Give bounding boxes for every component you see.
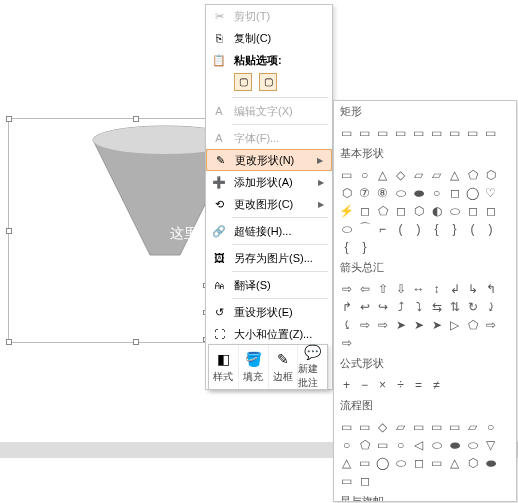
shape-option[interactable]: ▭ bbox=[356, 124, 373, 141]
shape-option[interactable]: } bbox=[356, 238, 373, 255]
menu-copy[interactable]: ⎘复制(C) bbox=[206, 27, 332, 49]
shape-option[interactable]: ▭ bbox=[356, 418, 373, 435]
shape-option[interactable]: ○ bbox=[428, 184, 445, 201]
shape-option[interactable]: ▭ bbox=[374, 124, 391, 141]
shape-option[interactable]: ◻ bbox=[392, 202, 409, 219]
shape-option[interactable]: ⇨ bbox=[356, 316, 373, 333]
shape-option[interactable]: ▭ bbox=[410, 418, 427, 435]
shape-option[interactable]: ⑧ bbox=[374, 184, 391, 201]
shape-option[interactable]: ⬠ bbox=[374, 202, 391, 219]
menu-size-pos[interactable]: ⛶大小和位置(Z)... bbox=[206, 323, 332, 345]
resize-handle[interactable] bbox=[133, 116, 139, 122]
shape-option[interactable]: ⤵ bbox=[410, 298, 427, 315]
shape-option[interactable]: ▭ bbox=[428, 418, 445, 435]
shape-option[interactable]: ⇨ bbox=[338, 334, 355, 351]
shape-option[interactable]: ↔ bbox=[410, 280, 427, 297]
shape-option[interactable]: ○ bbox=[392, 436, 409, 453]
shape-option[interactable]: ⬭ bbox=[446, 202, 463, 219]
shape-option[interactable]: ▭ bbox=[338, 472, 355, 489]
shape-option[interactable]: } bbox=[446, 220, 463, 237]
shape-option[interactable]: ⇩ bbox=[392, 280, 409, 297]
shape-option[interactable]: ⬭ bbox=[428, 436, 445, 453]
menu-change-shape[interactable]: ✎更改形状(N)▶ bbox=[206, 149, 332, 171]
resize-handle[interactable] bbox=[133, 339, 139, 345]
menu-add-shape[interactable]: ➕添加形状(A)▶ bbox=[206, 171, 332, 193]
shape-option[interactable]: ➤ bbox=[428, 316, 445, 333]
shape-option[interactable]: ◯ bbox=[464, 184, 481, 201]
shape-option[interactable]: ▭ bbox=[410, 124, 427, 141]
shape-option[interactable]: ▭ bbox=[356, 454, 373, 471]
shape-option[interactable]: ▭ bbox=[338, 166, 355, 183]
shape-option[interactable]: ⚡ bbox=[338, 202, 355, 219]
shape-option[interactable]: ⑦ bbox=[356, 184, 373, 201]
shape-option[interactable]: ⬬ bbox=[410, 184, 427, 201]
shape-option[interactable]: △ bbox=[446, 454, 463, 471]
shape-option[interactable]: ▱ bbox=[464, 418, 481, 435]
shape-option[interactable]: ○ bbox=[356, 166, 373, 183]
shape-option[interactable]: ↲ bbox=[446, 280, 463, 297]
shape-option[interactable]: ○ bbox=[338, 436, 355, 453]
shape-option[interactable]: ▭ bbox=[374, 436, 391, 453]
shape-option[interactable]: ◇ bbox=[374, 418, 391, 435]
paste-option-1[interactable]: ▢ bbox=[234, 73, 252, 91]
shape-option[interactable]: { bbox=[338, 238, 355, 255]
shape-option[interactable]: { bbox=[428, 220, 445, 237]
menu-change-graphic[interactable]: ⟲更改图形(C)▶ bbox=[206, 193, 332, 215]
mini-fill-button[interactable]: 🪣填充 bbox=[239, 345, 269, 389]
shape-option[interactable]: ) bbox=[410, 220, 427, 237]
shape-option[interactable]: ◯ bbox=[374, 454, 391, 471]
shape-option[interactable]: ▭ bbox=[482, 124, 499, 141]
menu-reset-shape[interactable]: ↺重设形状(E) bbox=[206, 301, 332, 323]
shape-option[interactable]: ⬭ bbox=[338, 220, 355, 237]
mini-outline-button[interactable]: ✎边框 bbox=[269, 345, 299, 389]
menu-translate[interactable]: 🗛翻译(S) bbox=[206, 274, 332, 296]
shape-option[interactable]: × bbox=[374, 376, 391, 393]
shape-option[interactable]: ⬭ bbox=[464, 436, 481, 453]
shape-option[interactable]: ÷ bbox=[392, 376, 409, 393]
shape-option[interactable]: ⇅ bbox=[446, 298, 463, 315]
shape-option[interactable]: ⬭ bbox=[392, 184, 409, 201]
shape-option[interactable]: ➤ bbox=[410, 316, 427, 333]
shape-option[interactable]: ▱ bbox=[428, 166, 445, 183]
shape-option[interactable]: + bbox=[338, 376, 355, 393]
shape-option[interactable]: ♡ bbox=[482, 184, 499, 201]
shape-option[interactable]: ⤴ bbox=[392, 298, 409, 315]
shape-option[interactable]: ↱ bbox=[338, 298, 355, 315]
shape-option[interactable]: ⬬ bbox=[482, 454, 499, 471]
shape-option[interactable]: ◻ bbox=[482, 202, 499, 219]
shape-option[interactable]: ⬡ bbox=[338, 184, 355, 201]
menu-font[interactable]: A字体(F)... bbox=[206, 127, 332, 149]
shape-option[interactable]: ⌐ bbox=[374, 220, 391, 237]
shape-option[interactable]: ⬠ bbox=[464, 166, 481, 183]
shape-option[interactable]: ◻ bbox=[410, 454, 427, 471]
shape-option[interactable]: ▭ bbox=[338, 124, 355, 141]
shape-option[interactable]: ↪ bbox=[374, 298, 391, 315]
shape-option[interactable]: ⇧ bbox=[374, 280, 391, 297]
shape-option[interactable]: ↩ bbox=[356, 298, 373, 315]
shape-option[interactable]: − bbox=[356, 376, 373, 393]
shape-option[interactable]: ( bbox=[392, 220, 409, 237]
shape-option[interactable]: △ bbox=[374, 166, 391, 183]
shape-option[interactable]: ⬡ bbox=[410, 202, 427, 219]
shape-option[interactable]: ⬠ bbox=[464, 316, 481, 333]
shape-option[interactable]: ⬬ bbox=[446, 436, 463, 453]
shape-option[interactable]: ⬭ bbox=[392, 454, 409, 471]
shape-option[interactable]: ▭ bbox=[392, 124, 409, 141]
shape-option[interactable]: ⬡ bbox=[464, 454, 481, 471]
shape-option[interactable]: ◻ bbox=[356, 202, 373, 219]
shape-option[interactable]: ⤹ bbox=[338, 316, 355, 333]
shape-option[interactable]: ▭ bbox=[338, 418, 355, 435]
shape-option[interactable]: ⇨ bbox=[374, 316, 391, 333]
shape-option[interactable]: ⌒ bbox=[356, 220, 373, 237]
shape-option[interactable]: ▭ bbox=[428, 454, 445, 471]
mini-comment-button[interactable]: 💬新建批注 bbox=[298, 345, 327, 389]
shape-option[interactable]: ↻ bbox=[464, 298, 481, 315]
shape-option[interactable]: ▭ bbox=[464, 124, 481, 141]
resize-handle[interactable] bbox=[6, 228, 12, 234]
shape-option[interactable]: ≠ bbox=[428, 376, 445, 393]
shape-option[interactable]: ) bbox=[482, 220, 499, 237]
shape-option[interactable]: △ bbox=[338, 454, 355, 471]
shape-option[interactable]: ◐ bbox=[428, 202, 445, 219]
paste-option-2[interactable]: ▢ bbox=[259, 73, 277, 91]
shape-option[interactable]: ▭ bbox=[446, 124, 463, 141]
